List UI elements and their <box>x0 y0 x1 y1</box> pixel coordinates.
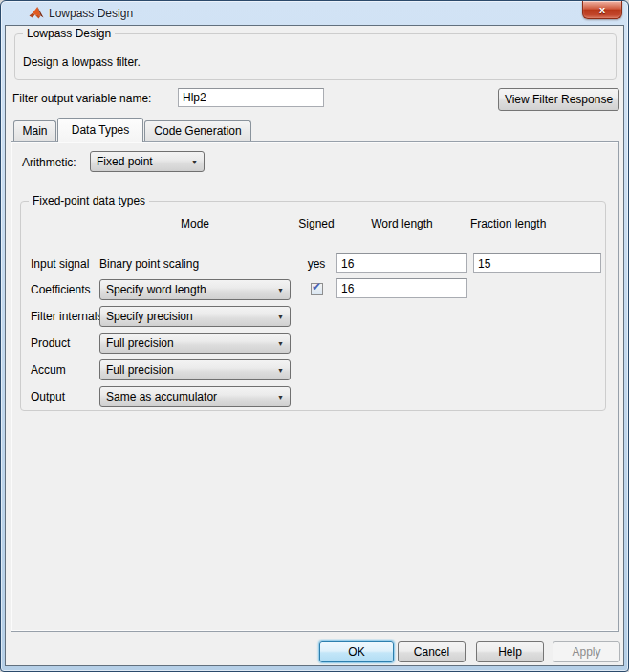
coefficients-signed-checkbox[interactable]: ✔ <box>311 283 323 295</box>
input-signal-word-length-input[interactable] <box>336 253 467 273</box>
tab-data-types[interactable]: Data Types <box>57 118 143 142</box>
client-area: Lowpass Design Design a lowpass filter. … <box>5 25 624 666</box>
row-label-output: Output <box>31 386 65 407</box>
window-title: Lowpass Design <box>49 7 133 20</box>
output-mode-value: Same as accumulator <box>106 390 217 403</box>
output-name-label: Filter output variable name: <box>12 92 151 105</box>
row-label-coefficients: Coefficients <box>31 279 90 300</box>
coefficients-mode-select[interactable]: Specify word length ▼ <box>99 279 291 300</box>
input-signal-signed-value: yes <box>296 253 336 274</box>
ok-button[interactable]: OK <box>319 641 394 662</box>
row-label-product: Product <box>31 333 70 354</box>
chevron-down-icon: ▼ <box>277 287 290 293</box>
product-mode-value: Full precision <box>106 336 174 350</box>
chevron-down-icon: ▼ <box>277 394 290 401</box>
close-button[interactable]: x <box>582 1 622 19</box>
accum-mode-value: Full precision <box>106 363 174 377</box>
chevron-down-icon: ▼ <box>277 340 290 347</box>
tab-main[interactable]: Main <box>13 120 56 141</box>
tab-panel: Arithmetic: Fixed point ▼ Fixed-point da… <box>11 141 619 632</box>
arithmetic-label: Arithmetic: <box>22 156 76 169</box>
close-icon: x <box>583 1 621 18</box>
accum-mode-select[interactable]: Full precision ▼ <box>99 359 291 380</box>
tab-code-generation[interactable]: Code Generation <box>144 120 251 141</box>
help-button[interactable]: Help <box>476 641 544 662</box>
header-group-title: Lowpass Design <box>23 27 115 40</box>
chevron-down-icon: ▼ <box>277 314 290 320</box>
coefficients-word-length-input[interactable] <box>336 278 467 298</box>
output-mode-select[interactable]: Same as accumulator ▼ <box>99 386 291 407</box>
header-groupbox: Lowpass Design Design a lowpass filter. <box>14 33 617 80</box>
filter-internals-mode-value: Specify precision <box>106 310 193 323</box>
row-label-accum: Accum <box>31 359 66 380</box>
header-description: Design a lowpass filter. <box>23 55 141 69</box>
chevron-down-icon: ▼ <box>191 159 204 165</box>
row-label-input-signal: Input signal <box>31 253 89 274</box>
titlebar[interactable]: Lowpass Design x <box>1 1 628 25</box>
col-header-fraction-length: Fraction length <box>470 217 604 230</box>
fixedpoint-groupbox: Fixed-point data types Mode Signed Word … <box>20 201 606 411</box>
dialog-window: Lowpass Design x Lowpass Design Design a… <box>0 0 629 672</box>
fixedpoint-group-title: Fixed-point data types <box>29 194 149 207</box>
view-filter-response-button[interactable]: View Filter Response <box>498 88 619 111</box>
cancel-button[interactable]: Cancel <box>398 641 466 662</box>
coefficients-mode-value: Specify word length <box>106 283 206 296</box>
arithmetic-value: Fixed point <box>97 155 153 168</box>
arithmetic-select[interactable]: Fixed point ▼ <box>90 151 205 172</box>
col-header-signed: Signed <box>296 217 336 230</box>
apply-button[interactable]: Apply <box>553 641 620 662</box>
col-header-mode: Mode <box>99 217 291 230</box>
row-label-filter-internals: Filter internals <box>31 306 102 327</box>
product-mode-select[interactable]: Full precision ▼ <box>99 333 291 354</box>
chevron-down-icon: ▼ <box>277 367 290 374</box>
matlab-icon <box>29 6 44 21</box>
input-signal-mode-value: Binary point scaling <box>99 253 199 274</box>
filter-internals-mode-select[interactable]: Specify precision ▼ <box>99 306 291 327</box>
output-name-input[interactable] <box>178 88 324 107</box>
col-header-word-length: Word length <box>336 217 467 230</box>
input-signal-fraction-length-input[interactable] <box>473 253 601 273</box>
check-icon: ✔ <box>312 280 321 293</box>
